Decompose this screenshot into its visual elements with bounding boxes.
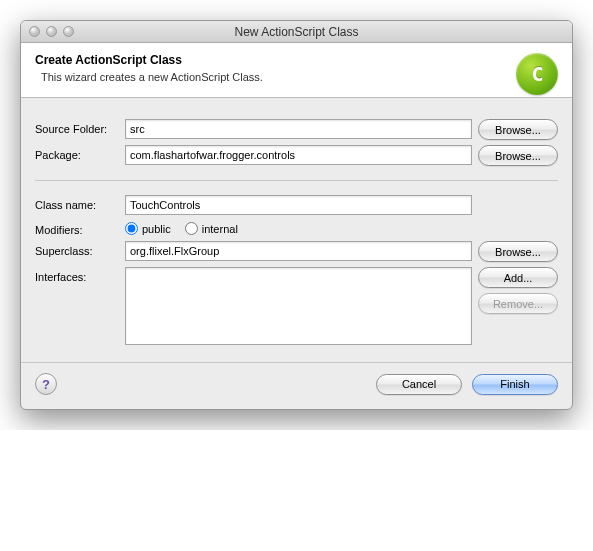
modifier-internal-option[interactable]: internal — [185, 222, 238, 235]
package-label: Package: — [35, 145, 125, 161]
finish-button[interactable]: Finish — [472, 374, 558, 395]
source-folder-input[interactable] — [125, 119, 472, 139]
form-content: Source Folder: Browse... Package: Browse… — [21, 98, 572, 362]
class-name-label: Class name: — [35, 195, 125, 211]
banner-description: This wizard creates a new ActionScript C… — [35, 71, 558, 83]
close-icon[interactable] — [29, 26, 40, 37]
titlebar: New ActionScript Class — [21, 21, 572, 43]
package-browse-button[interactable]: Browse... — [478, 145, 558, 166]
help-button[interactable]: ? — [35, 373, 57, 395]
source-folder-browse-button[interactable]: Browse... — [478, 119, 558, 140]
dialog-window: New ActionScript Class Create ActionScri… — [20, 20, 573, 410]
zoom-icon[interactable] — [63, 26, 74, 37]
superclass-input[interactable] — [125, 241, 472, 261]
class-icon: C — [516, 53, 558, 95]
banner-heading: Create ActionScript Class — [35, 53, 558, 67]
separator — [35, 180, 558, 181]
interfaces-label: Interfaces: — [35, 267, 125, 283]
superclass-label: Superclass: — [35, 241, 125, 257]
modifier-internal-radio[interactable] — [185, 222, 198, 235]
cancel-button[interactable]: Cancel — [376, 374, 462, 395]
minimize-icon[interactable] — [46, 26, 57, 37]
dialog-footer: ? Cancel Finish — [21, 362, 572, 409]
source-folder-label: Source Folder: — [35, 119, 125, 135]
interfaces-remove-button[interactable]: Remove... — [478, 293, 558, 314]
interfaces-input[interactable] — [125, 267, 472, 345]
window-title: New ActionScript Class — [21, 25, 572, 39]
window-controls — [21, 26, 74, 37]
modifier-public-option[interactable]: public — [125, 222, 171, 235]
superclass-browse-button[interactable]: Browse... — [478, 241, 558, 262]
wizard-banner: Create ActionScript Class This wizard cr… — [21, 43, 572, 98]
modifiers-label: Modifiers: — [35, 220, 125, 236]
package-input[interactable] — [125, 145, 472, 165]
modifier-public-radio[interactable] — [125, 222, 138, 235]
interfaces-add-button[interactable]: Add... — [478, 267, 558, 288]
class-name-input[interactable] — [125, 195, 472, 215]
